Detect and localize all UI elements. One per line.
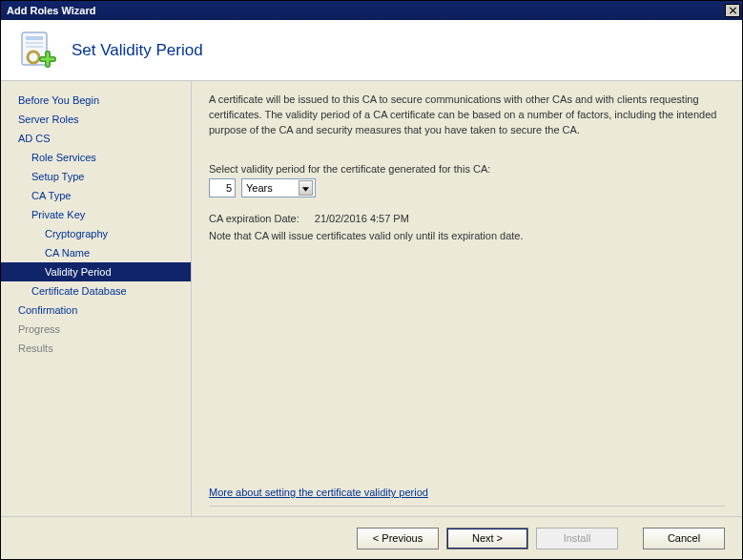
- nav-server-roles[interactable]: Server Roles: [1, 110, 191, 129]
- window-titlebar: Add Roles Wizard: [1, 1, 742, 20]
- nav-results: Results: [1, 339, 191, 358]
- validity-value-input[interactable]: [209, 178, 236, 197]
- svg-rect-3: [26, 36, 43, 40]
- page-title: Set Validity Period: [72, 41, 203, 60]
- nav-ad-cs[interactable]: AD CS: [1, 129, 191, 148]
- close-icon: [729, 6, 737, 16]
- nav-ca-type[interactable]: CA Type: [1, 186, 191, 205]
- nav-cryptography[interactable]: Cryptography: [1, 224, 191, 243]
- validity-unit-value: Years: [246, 182, 273, 194]
- description-text: A certificate will be issued to this CA …: [209, 93, 725, 138]
- nav-private-key[interactable]: Private Key: [1, 205, 191, 224]
- validity-form-row: Years: [209, 178, 725, 197]
- nav-validity-period[interactable]: Validity Period: [1, 262, 191, 281]
- window-title: Add Roles Wizard: [7, 5, 95, 16]
- svg-rect-4: [26, 42, 43, 44]
- validity-unit-select[interactable]: Years: [241, 178, 316, 197]
- wizard-footer: < Previous Next > Install Cancel: [1, 516, 742, 559]
- nav-role-services[interactable]: Role Services: [1, 148, 191, 167]
- divider: [209, 506, 725, 507]
- wizard-header: Set Validity Period: [1, 20, 742, 81]
- nav-setup-type[interactable]: Setup Type: [1, 167, 191, 186]
- expiration-note: Note that CA will issue certificates val…: [209, 230, 725, 241]
- expiration-label: CA expiration Date:: [209, 213, 299, 224]
- expiration-row: CA expiration Date: 21/02/2016 4:57 PM: [209, 213, 725, 224]
- wizard-content: Before You Begin Server Roles AD CS Role…: [1, 81, 742, 516]
- next-button[interactable]: Next >: [446, 528, 528, 550]
- window-close-button[interactable]: [725, 4, 740, 17]
- install-button: Install: [536, 528, 618, 550]
- validity-prompt: Select validity period for the certifica…: [209, 163, 725, 175]
- wizard-main-panel: A certificate will be issued to this CA …: [192, 81, 742, 516]
- nav-before-you-begin[interactable]: Before You Begin: [1, 91, 191, 110]
- wizard-sidebar: Before You Begin Server Roles AD CS Role…: [1, 81, 192, 516]
- nav-certificate-database[interactable]: Certificate Database: [1, 281, 191, 301]
- chevron-down-icon: [302, 182, 309, 194]
- cancel-button[interactable]: Cancel: [643, 528, 725, 550]
- dropdown-button[interactable]: [299, 180, 313, 196]
- nav-confirmation[interactable]: Confirmation: [1, 301, 191, 320]
- help-link[interactable]: More about setting the certificate valid…: [209, 487, 428, 498]
- expiration-value: 21/02/2016 4:57 PM: [315, 213, 409, 224]
- nav-ca-name[interactable]: CA Name: [1, 243, 191, 262]
- nav-progress: Progress: [1, 320, 191, 339]
- wizard-header-icon: [16, 29, 58, 73]
- previous-button[interactable]: < Previous: [357, 528, 439, 550]
- help-link-row: More about setting the certificate valid…: [209, 475, 725, 507]
- svg-rect-5: [26, 46, 43, 48]
